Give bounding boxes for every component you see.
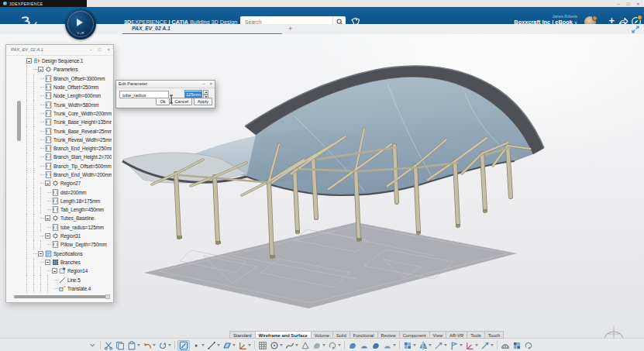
dropdown-caret-icon[interactable]	[232, 344, 236, 346]
dropdown-caret-icon[interactable]	[280, 344, 283, 346]
tree-node-trunk-base-height[interactable]: Trunk_Base_Height=135mm	[26, 118, 112, 126]
tree-node-parameters[interactable]: Parameters	[26, 65, 112, 74]
tree-node-branch-tip-offset[interactable]: Branch_Tip_Offset=500mm	[26, 162, 112, 170]
dropdown-caret-icon[interactable]	[201, 344, 205, 346]
dropdown-caret-icon[interactable]	[444, 344, 447, 346]
dropdown-caret-icon[interactable]	[217, 344, 220, 346]
dialog-minimize-button[interactable]: –	[203, 81, 205, 86]
section-tab-component[interactable]: Component	[399, 331, 429, 339]
collapse-toggle[interactable]	[45, 233, 50, 239]
sketch-analysis-icon[interactable]	[500, 341, 511, 350]
tree-node-trunk-base-reveal[interactable]: Trunk_Base_Reveal=25mm	[26, 126, 112, 135]
tree-node-node-offset[interactable]: Node_Offset=250mm	[26, 83, 112, 91]
mirror-icon[interactable]	[418, 341, 432, 350]
tree-node-trunk-core-width[interactable]: Trunk_Core_Width=200mm	[26, 109, 112, 118]
experience-compass[interactable]: V+R	[65, 9, 96, 40]
dropdown-caret-icon[interactable]	[460, 344, 463, 346]
tree-node-tube-radius[interactable]: tube_radius=125mm	[26, 223, 112, 232]
dropdown-caret-icon[interactable]	[338, 344, 341, 346]
tree-node-tubes-baseline[interactable]: Tubes_Baseline	[26, 214, 112, 222]
tree-node-pillow-depth[interactable]: Pillow_Depth=750mm	[26, 240, 112, 249]
cut-icon[interactable]	[103, 341, 114, 350]
section-tab-wireframe-and-surface[interactable]: Wireframe and Surface	[255, 331, 311, 339]
dropdown-caret-icon[interactable]	[168, 344, 171, 346]
tree-node-branch-offset[interactable]: Branch_Offset=3300mm	[26, 74, 112, 83]
tree-node-node-length[interactable]: Node_Length=600mm	[26, 91, 112, 100]
tree-node-trunk-width[interactable]: Trunk_Width=580mm	[26, 100, 112, 108]
tab-document[interactable]: PAX_EV_02 A.1	[122, 24, 282, 35]
dialog-titlebar[interactable]: Edit Parameter – ×	[116, 81, 215, 88]
collapse-toggle[interactable]	[52, 268, 57, 274]
dropdown-caret-icon[interactable]	[475, 344, 478, 346]
tree-node-specifications[interactable]: Specifications	[26, 249, 112, 258]
paste-icon[interactable]	[126, 341, 141, 350]
tree-horizontal-scrollbar[interactable]	[14, 295, 107, 298]
bend-icon[interactable]	[523, 341, 534, 350]
section-tab-tools[interactable]: Tools	[467, 331, 484, 339]
fill-surface-icon[interactable]	[359, 341, 370, 350]
tree-node-design-sequence-1[interactable]: Design Sequence.1	[26, 57, 112, 65]
ok-button[interactable]: Ok	[156, 98, 169, 105]
dropdown-caret-icon[interactable]	[248, 344, 251, 346]
new-tab-button[interactable]: +	[288, 25, 292, 33]
tree-node-line-5[interactable]: Line.5	[26, 275, 112, 284]
tree-node-region27[interactable]: Region27	[26, 179, 112, 188]
spline-icon[interactable]	[284, 341, 299, 350]
grid-icon[interactable]	[257, 341, 268, 350]
collapse-toggle[interactable]	[38, 251, 43, 256]
shell-surface-icon[interactable]	[370, 341, 381, 350]
tree-maximize-button[interactable]: □	[98, 46, 102, 53]
tree-window-titlebar[interactable]: PAX_EV_02 A.1 – □ ×	[6, 45, 113, 56]
play-icon[interactable]	[77, 19, 83, 26]
toolbar-overflow-icon[interactable]	[87, 341, 98, 350]
dropdown-caret-icon[interactable]	[153, 344, 156, 346]
offset-surface-icon[interactable]	[382, 341, 397, 350]
section-tab-standard[interactable]: Standard	[229, 331, 255, 339]
loft-surface-icon[interactable]	[347, 341, 358, 350]
tree-node-branch-end-height[interactable]: Branch_End_Height=250mm	[26, 144, 112, 153]
section-tab-view[interactable]: View	[429, 331, 446, 339]
tree-vertical-scrollbar[interactable]	[17, 101, 21, 141]
window-minimize-button[interactable]: –	[618, 2, 620, 6]
dropdown-caret-icon[interactable]	[322, 344, 325, 346]
transform-icon[interactable]	[480, 341, 494, 350]
window-maximize-button[interactable]: □	[627, 2, 630, 6]
dropdown-caret-icon[interactable]	[295, 344, 298, 346]
tree-minimize-button[interactable]: –	[90, 46, 92, 53]
tree-node-translate-4[interactable]: Translate.4	[26, 284, 112, 293]
revolve-icon[interactable]	[327, 341, 342, 350]
update-icon[interactable]	[157, 341, 172, 350]
section-tab-touch[interactable]: Touch	[484, 331, 504, 339]
collapse-toggle[interactable]	[45, 181, 50, 186]
tree-node-tab-length[interactable]: Tab_Length=450mm	[26, 205, 112, 214]
plane-icon[interactable]	[222, 341, 236, 350]
sweep-icon[interactable]	[312, 341, 326, 350]
tree-node-dist[interactable]: dist=200mm	[26, 188, 112, 196]
section-tab-ar-vr[interactable]: AR-VR	[446, 331, 467, 339]
cancel-button[interactable]: Cancel	[171, 98, 192, 105]
undo-icon[interactable]	[142, 341, 157, 350]
matrix-icon[interactable]	[511, 341, 522, 350]
pattern-icon[interactable]	[402, 341, 417, 350]
section-tab-review[interactable]: Review	[377, 331, 399, 339]
dropdown-caret-icon[interactable]	[429, 344, 432, 346]
tree-node-branch-start-height-2[interactable]: Branch_Start_Height.2=700mm	[26, 153, 112, 161]
tree-node-branch-end-width[interactable]: Branch_End_Width=200mm	[26, 170, 112, 179]
manipulation-icon[interactable]	[464, 341, 479, 350]
split-icon[interactable]	[449, 341, 463, 350]
collapse-toggle[interactable]	[38, 67, 43, 72]
dropdown-caret-icon[interactable]	[491, 344, 494, 346]
apply-button[interactable]: Apply	[194, 98, 212, 105]
axis-system-icon[interactable]	[237, 341, 252, 350]
tree-node-region31[interactable]: Region31	[26, 232, 112, 240]
window-close-button[interactable]: ×	[636, 2, 639, 6]
dropdown-caret-icon[interactable]	[137, 344, 140, 346]
dropdown-caret-icon[interactable]	[413, 344, 416, 346]
collapse-toggle[interactable]	[45, 215, 50, 221]
section-tab-functional[interactable]: Functional	[350, 331, 377, 339]
tree-close-button[interactable]: ×	[107, 46, 110, 53]
fly-mode-icon[interactable]	[433, 341, 448, 350]
sketch-icon[interactable]	[177, 340, 190, 351]
extrude-icon[interactable]	[300, 341, 311, 350]
circle-icon[interactable]	[269, 341, 284, 350]
